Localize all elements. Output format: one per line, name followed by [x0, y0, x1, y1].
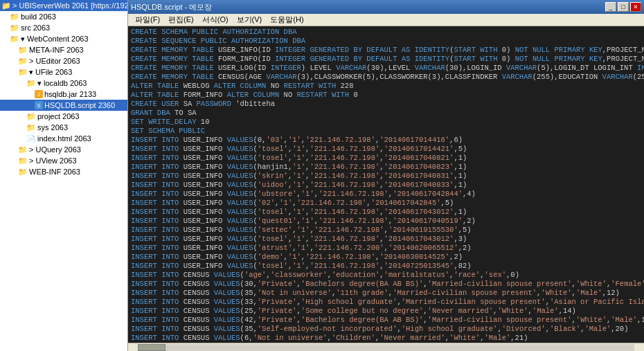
- folder-icon: 📁: [18, 45, 28, 55]
- code-line: INSERT INTO USER_INFO VALUES('quest01','…: [131, 217, 641, 226]
- tree-item-label: index.html 2063: [37, 134, 91, 143]
- tree-item[interactable]: 📁META-INF 2063: [0, 44, 127, 55]
- folder-icon: 📁: [18, 56, 28, 66]
- tree-item-label: ▾ UFile 2063: [29, 68, 72, 77]
- tree-container: 📁> UBIServerWeb 2061 [https://192.168.0.…: [0, 0, 127, 177]
- code-line: INSERT INTO USER_INFO VALUES('demo','1',…: [131, 253, 641, 262]
- tree-item-label: > UQuery 2063: [29, 145, 81, 154]
- code-line: INSERT INTO USER_INFO VALUES('02','1','2…: [131, 199, 641, 208]
- tree-item-label: project 2063: [37, 112, 80, 120]
- tree-item[interactable]: 📁project 2063: [0, 111, 127, 122]
- tree-item[interactable]: 📁> UBIServerWeb 2061 [https://192.168.0.…: [0, 0, 127, 11]
- code-line: INSERT INTO USER_INFO VALUES(0,'03','1',…: [131, 136, 641, 145]
- code-line: INSERT INTO USER_INFO VALUES(hanjin1,'1'…: [131, 163, 641, 172]
- tree-item[interactable]: 📁WEB-INF 2063: [0, 166, 127, 177]
- folder-icon: 📁: [10, 34, 19, 44]
- tree-item[interactable]: Jhsqldb.jar 2133: [0, 89, 127, 100]
- code-line: INSERT INTO USER_INFO VALUES('tosel','1'…: [131, 262, 641, 271]
- tree-item-label: WEB-INF 2063: [29, 168, 80, 176]
- folder-icon: 📁: [10, 12, 19, 21]
- menu-edit[interactable]: 편집(E): [164, 14, 198, 26]
- script-file-icon: S: [35, 101, 43, 109]
- code-line: CREATE USER SA PASSWORD 'dbitteha: [131, 100, 641, 109]
- folder-icon: 📁: [26, 111, 36, 121]
- code-line: INSERT INTO USER_INFO VALUES('tosel','1'…: [131, 154, 641, 163]
- menu-file[interactable]: 파일(F): [131, 14, 164, 26]
- code-line: INSERT INTO USER_INFO VALUES('uidoo','1'…: [131, 181, 641, 190]
- tree-item-label: src 2063: [21, 24, 50, 32]
- code-line: ALTER TABLE WEBLOG ALTER COLUMN NO RESTA…: [131, 82, 641, 91]
- code-line: INSERT INTO CENSUS VALUES(6,'Not in univ…: [131, 334, 641, 343]
- code-line: CREATE MEMORY TABLE USER_LOG(ID INTEGER)…: [131, 64, 641, 73]
- horizontal-scrollbar[interactable]: [128, 343, 644, 351]
- code-line: ALTER TABLE FORM_INFO ALTER COLUMN NO RE…: [131, 91, 641, 100]
- code-line: CREATE SEQUENCE PUBLIC AUTHORIZATION DBA: [131, 37, 641, 46]
- file-icon: 📄: [26, 134, 36, 143]
- code-line: CREATE MEMORY TABLE FORM_INFO(ID INTEGER…: [131, 55, 641, 64]
- code-line: INSERT INTO CENSUS VALUES(35,'Self-emplo…: [131, 325, 641, 334]
- code-line: SET WRITE_DELAY 10: [131, 118, 641, 127]
- code-line: GRANT DBA TO SA: [131, 109, 641, 118]
- maximize-button[interactable]: □: [618, 2, 629, 12]
- tree-item[interactable]: 📁▾ WebContent 2063: [0, 33, 127, 44]
- tree-item-label: > UBIServerWeb 2061 [https://192.168.0.2…: [12, 1, 128, 10]
- tree-item-label: HSQLDB.script 2360: [44, 101, 115, 109]
- folder-icon: 📁: [26, 123, 36, 132]
- code-line: INSERT INTO USER_INFO VALUES('tosel','1'…: [131, 145, 641, 154]
- code-line: CREATE MEMORY TABLE CENSUS(AGE VARCHAR(3…: [131, 73, 641, 82]
- tree-item-label: hsqldb.jar 2133: [44, 90, 96, 98]
- minimize-button[interactable]: _: [605, 2, 616, 12]
- code-line: INSERT INTO USER_INFO VALUES('settec','1…: [131, 226, 641, 235]
- file-tree-panel: 📁> UBIServerWeb 2061 [https://192.168.0.…: [0, 0, 128, 351]
- scrollbar-thumb[interactable]: [138, 344, 166, 351]
- folder-icon: 📁: [10, 23, 19, 33]
- code-lines: CREATE SCHEMA PUBLIC AUTHORIZATION DBACR…: [131, 28, 641, 343]
- tree-item-label: sys 2063: [37, 123, 68, 132]
- tree-item[interactable]: 📁sys 2063: [0, 122, 127, 133]
- tree-item[interactable]: SHSQLDB.script 2360: [0, 100, 127, 111]
- editor-panel: HSQLDB.script - 메모장 _ □ ✕ 파일(F) 편집(E) 서식…: [128, 0, 644, 351]
- code-line: INSERT INTO USER_INFO VALUES('ubstore','…: [131, 190, 641, 199]
- tree-item-label: ▾ localdb 2063: [37, 79, 87, 88]
- folder-icon: 📁: [18, 167, 28, 177]
- code-line: CREATE MEMORY TABLE USER_INFO(ID INTEGER…: [131, 46, 641, 55]
- tree-item[interactable]: 📁> UEditor 2063: [0, 55, 127, 66]
- editor-title: HSQLDB.script - 메모장: [131, 2, 212, 12]
- folder-icon: 📁: [18, 156, 28, 165]
- tree-item-label: > UView 2063: [29, 156, 77, 165]
- jar-file-icon: J: [35, 90, 43, 98]
- code-line: INSERT INTO USER_INFO VALUES('skrin','1'…: [131, 172, 641, 181]
- tree-item-label: build 2063: [21, 12, 56, 21]
- menu-view[interactable]: 보기(V): [233, 14, 267, 26]
- code-line: INSERT INTO CENSUS VALUES(33,'Private','…: [131, 298, 641, 307]
- scrollbar-track: [138, 344, 634, 351]
- code-line: CREATE SCHEMA PUBLIC AUTHORIZATION DBA: [131, 28, 641, 37]
- tree-item[interactable]: 📁▾ localdb 2063: [0, 78, 127, 89]
- code-line: INSERT INTO CENSUS VALUES(35,'Not in uni…: [131, 289, 641, 298]
- folder-icon: 📁: [26, 78, 36, 88]
- code-line: INSERT INTO CENSUS VALUES(25,'Private','…: [131, 307, 641, 316]
- tree-item[interactable]: 📁▾ UFile 2063: [0, 66, 127, 78]
- folder-icon: 📁: [1, 1, 11, 10]
- menu-bar: 파일(F) 편집(E) 서식(O) 보기(V) 도움말(H): [128, 14, 644, 26]
- tree-item-label: META-INF 2063: [29, 46, 84, 54]
- menu-help[interactable]: 도움말(H): [266, 14, 307, 26]
- menu-format[interactable]: 서식(O): [198, 14, 233, 26]
- tree-item-label: > UEditor 2063: [29, 57, 80, 65]
- code-line: SET SCHEMA PUBLIC: [131, 127, 641, 136]
- tree-item[interactable]: 📁> UQuery 2063: [0, 144, 127, 155]
- code-line: INSERT INTO USER_INFO VALUES('tosel','1'…: [131, 208, 641, 217]
- code-editor[interactable]: CREATE SCHEMA PUBLIC AUTHORIZATION DBACR…: [128, 26, 644, 343]
- tree-item[interactable]: 📁src 2063: [0, 22, 127, 33]
- title-bar-buttons: _ □ ✕: [605, 2, 641, 12]
- code-line: INSERT INTO USER_INFO VALUES('atrust','1…: [131, 244, 641, 253]
- folder-icon: 📁: [18, 67, 28, 77]
- code-line: INSERT INTO CENSUS VALUES(42,'Private','…: [131, 316, 641, 325]
- close-button[interactable]: ✕: [630, 2, 641, 12]
- folder-icon: 📁: [18, 145, 28, 154]
- tree-item[interactable]: 📁> UView 2063: [0, 155, 127, 166]
- code-line: INSERT INTO CENSUS VALUES('age','classwo…: [131, 271, 641, 280]
- tree-item[interactable]: 📄index.html 2063: [0, 133, 127, 144]
- tree-item[interactable]: 📁build 2063: [0, 11, 127, 22]
- code-line: INSERT INTO CENSUS VALUES(30,'Private','…: [131, 280, 641, 289]
